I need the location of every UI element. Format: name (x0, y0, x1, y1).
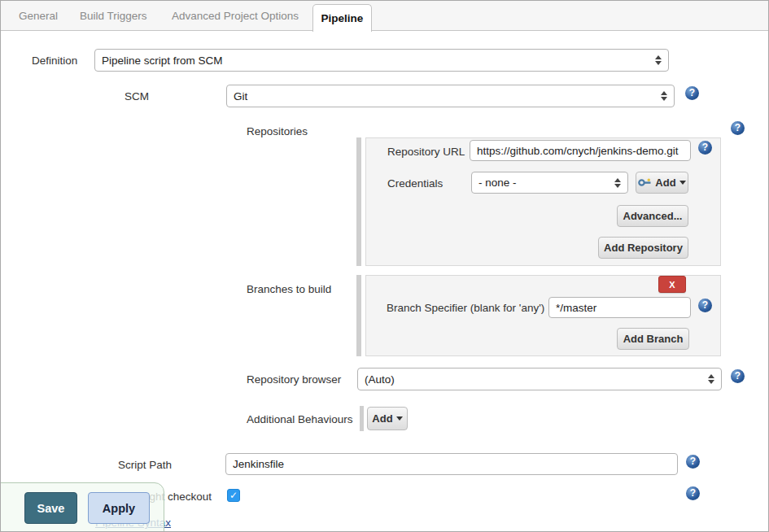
advanced-button-label: Advanced... (623, 210, 683, 222)
branch-specifier-label: Branch Specifier (blank for 'any') (387, 302, 544, 314)
section-drag-bar (356, 137, 361, 266)
credentials-label: Credentials (387, 177, 443, 190)
add-repository-button[interactable]: Add Repository (598, 237, 688, 259)
repositories-help-icon[interactable]: ? (731, 121, 745, 135)
add-repository-button-label: Add Repository (604, 242, 683, 254)
scm-label: SCM (125, 90, 149, 102)
tab-general[interactable]: General (19, 1, 58, 31)
advanced-button[interactable]: Advanced... (617, 205, 688, 227)
repository-browser-select[interactable]: (Auto) (357, 368, 722, 390)
repository-url-input[interactable] (470, 140, 691, 161)
add-branch-button-label: Add Branch (623, 333, 684, 345)
script-path-label: Script Path (118, 459, 172, 471)
tab-pipeline[interactable]: Pipeline (312, 4, 372, 32)
lightweight-checkout-checkbox[interactable]: ✓ (227, 489, 240, 502)
tab-bar: General Build Triggers Advanced Project … (1, 1, 768, 31)
script-path-help-icon[interactable]: ? (686, 455, 700, 469)
branch-specifier-help-icon[interactable]: ? (698, 299, 712, 312)
key-icon (638, 178, 652, 187)
section-drag-bar (360, 406, 364, 431)
repository-browser-label: Repository browser (247, 373, 341, 386)
credentials-select-value: - none - (478, 177, 517, 189)
add-behaviour-button-label: Add (372, 412, 392, 425)
repository-url-label: Repository URL (387, 146, 465, 158)
repository-browser-help-icon[interactable]: ? (731, 369, 745, 383)
select-stepper-icon (655, 55, 662, 65)
tab-build-triggers[interactable]: Build Triggers (80, 1, 147, 31)
select-stepper-icon (708, 374, 714, 384)
jenkins-config-window: General Build Triggers Advanced Project … (0, 0, 769, 532)
branch-specifier-input[interactable] (548, 297, 691, 318)
repositories-section-label: Repositories (247, 125, 308, 137)
repository-url-help-icon[interactable]: ? (698, 141, 712, 155)
caret-down-icon (396, 416, 403, 421)
add-credentials-label: Add (655, 177, 675, 189)
scm-select-value: Git (234, 90, 247, 102)
definition-select[interactable]: Pipeline script from SCM (94, 49, 669, 72)
definition-select-value: Pipeline script from SCM (102, 55, 223, 67)
branches-to-build-section-label: Branches to build (247, 283, 331, 295)
section-drag-bar (356, 275, 361, 356)
definition-label: Definition (32, 55, 77, 67)
scm-help-icon[interactable]: ? (685, 86, 699, 100)
select-stepper-icon (661, 91, 667, 101)
apply-button[interactable]: Apply (88, 492, 150, 524)
credentials-select[interactable]: - none - (471, 172, 628, 194)
add-behaviour-button[interactable]: Add (367, 407, 408, 430)
add-credentials-button[interactable]: Add (636, 172, 688, 194)
repository-browser-select-value: (Auto) (365, 373, 395, 386)
scm-select[interactable]: Git (226, 85, 675, 107)
tab-advanced-project-options[interactable]: Advanced Project Options (172, 1, 299, 31)
script-path-input[interactable] (225, 453, 678, 475)
select-stepper-icon (614, 178, 621, 188)
save-button[interactable]: Save (24, 492, 77, 524)
add-branch-button[interactable]: Add Branch (617, 328, 689, 350)
caret-down-icon (679, 181, 686, 185)
additional-behaviours-label: Additional Behaviours (247, 413, 353, 425)
delete-branch-button[interactable]: X (658, 276, 686, 293)
lightweight-checkout-help-icon[interactable]: ? (686, 486, 700, 500)
